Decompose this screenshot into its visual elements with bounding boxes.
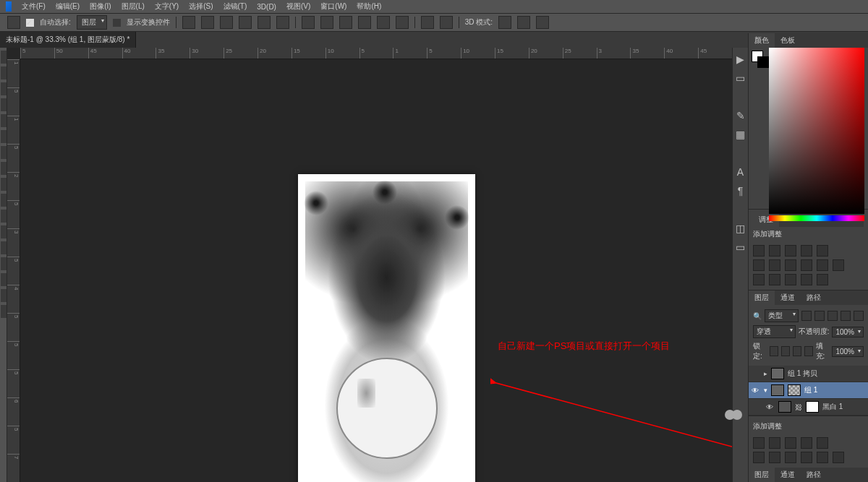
- filter-icon[interactable]: [854, 311, 864, 321]
- tool-button[interactable]: [1, 162, 7, 175]
- align-icon[interactable]: [201, 16, 214, 29]
- 3d-panel-icon[interactable]: ◫: [735, 223, 746, 234]
- lock-transparency-icon[interactable]: [770, 346, 778, 356]
- bw-icon[interactable]: [785, 259, 796, 271]
- menu-view[interactable]: 视图(V): [282, 0, 315, 13]
- vibrance-icon[interactable]: [817, 245, 828, 257]
- align-icon[interactable]: [276, 16, 289, 29]
- photo-filter-icon[interactable]: [801, 452, 812, 463]
- tool-button[interactable]: [1, 66, 7, 79]
- tool-button[interactable]: [1, 194, 7, 207]
- posterize-icon[interactable]: [769, 274, 780, 285]
- show-transform-checkbox[interactable]: [113, 19, 121, 27]
- tool-button[interactable]: [1, 225, 7, 238]
- levels-icon[interactable]: [769, 437, 780, 449]
- tool-button[interactable]: [1, 82, 7, 95]
- mask-thumbnail[interactable]: [788, 384, 801, 396]
- fill-input[interactable]: 100%: [832, 346, 864, 357]
- tool-button[interactable]: [1, 51, 7, 64]
- search-icon[interactable]: 🔍: [753, 312, 762, 320]
- align-icon[interactable]: [182, 16, 195, 29]
- visibility-icon[interactable]: 👁: [766, 403, 775, 411]
- align-icon[interactable]: [220, 16, 233, 29]
- background-swatch[interactable]: [757, 56, 769, 68]
- menu-window[interactable]: 窗口(W): [316, 0, 351, 13]
- tab-color[interactable]: 颜色: [749, 33, 775, 48]
- exposure-icon[interactable]: [801, 437, 812, 449]
- invert-icon[interactable]: [753, 274, 765, 285]
- tool-button[interactable]: [1, 210, 7, 223]
- history-icon[interactable]: ▶: [735, 53, 746, 65]
- exposure-icon[interactable]: [801, 245, 812, 257]
- layer-name[interactable]: 组 1 拷贝: [788, 369, 817, 379]
- distribute-icon[interactable]: [396, 16, 409, 29]
- filter-icon[interactable]: [814, 311, 825, 321]
- tab-swatches[interactable]: 色板: [775, 33, 801, 48]
- photo-filter-icon[interactable]: [801, 259, 812, 271]
- tab-layers[interactable]: 图层: [749, 468, 775, 482]
- expand-icon[interactable]: ▸: [764, 370, 767, 377]
- artboard[interactable]: [298, 174, 475, 482]
- menu-file[interactable]: 文件(F): [17, 0, 50, 13]
- layer-name[interactable]: 黑白 1: [822, 402, 843, 412]
- channel-mixer-icon[interactable]: [817, 259, 828, 271]
- tool-button[interactable]: [1, 257, 7, 270]
- lock-position-icon[interactable]: [793, 346, 801, 356]
- align-icon[interactable]: [239, 16, 252, 29]
- gradient-map-icon[interactable]: [801, 274, 812, 285]
- menu-edit[interactable]: 编辑(E): [51, 0, 84, 13]
- tab-channels[interactable]: 通道: [775, 468, 801, 482]
- hue-slider[interactable]: [769, 215, 864, 221]
- bw-icon[interactable]: [785, 452, 796, 463]
- filter-icon[interactable]: [801, 311, 812, 321]
- layers-icon[interactable]: ▭: [735, 241, 746, 253]
- lock-pixels-icon[interactable]: [781, 346, 790, 356]
- character-icon[interactable]: A: [735, 166, 746, 178]
- lock-all-icon[interactable]: [804, 346, 813, 356]
- link-icon[interactable]: ⛓: [795, 403, 802, 411]
- filter-icon[interactable]: [841, 311, 851, 321]
- distribute-icon[interactable]: [302, 16, 315, 29]
- distribute-icon[interactable]: [320, 16, 333, 29]
- hue-icon[interactable]: [753, 259, 765, 271]
- tab-paths[interactable]: 路径: [801, 468, 827, 482]
- menu-filter[interactable]: 滤镜(T): [219, 0, 252, 13]
- distribute-icon[interactable]: [339, 16, 352, 29]
- menu-type[interactable]: 文字(Y): [150, 0, 183, 13]
- layer-row[interactable]: ▸ 组 1 拷贝: [749, 366, 868, 382]
- selective-color-icon[interactable]: [817, 274, 828, 285]
- tool-button[interactable]: [1, 178, 7, 191]
- menu-help[interactable]: 帮助(H): [352, 0, 386, 13]
- curves-icon[interactable]: [785, 437, 796, 449]
- hue-icon[interactable]: [753, 452, 765, 463]
- menu-image[interactable]: 图像(I): [85, 0, 115, 13]
- tool-button[interactable]: [1, 114, 7, 127]
- color-balance-icon[interactable]: [769, 259, 780, 271]
- canvas-background[interactable]: 自己新建一个PS项目或直接打开一个项目: [20, 59, 732, 482]
- filter-icon[interactable]: [827, 311, 838, 321]
- menu-select[interactable]: 选择(S): [184, 0, 217, 13]
- tool-button[interactable]: [1, 146, 7, 159]
- menu-3d[interactable]: 3D(D): [252, 1, 281, 12]
- threshold-icon[interactable]: [785, 274, 796, 285]
- move-tool-icon[interactable]: [7, 16, 20, 29]
- brightness-icon[interactable]: [753, 245, 765, 257]
- channel-mixer-icon[interactable]: [817, 452, 828, 463]
- opacity-input[interactable]: 100%: [832, 327, 864, 337]
- tab-layers[interactable]: 图层: [749, 291, 775, 305]
- filter-type-dropdown[interactable]: 类型: [765, 309, 799, 322]
- tool-button[interactable]: [1, 305, 7, 318]
- expand-icon[interactable]: ▾: [764, 387, 767, 394]
- mode3d-icon[interactable]: [536, 16, 549, 29]
- tool-button[interactable]: [1, 130, 7, 143]
- levels-icon[interactable]: [769, 245, 780, 257]
- auto-select-checkbox[interactable]: ✓: [26, 19, 34, 27]
- avatar-icon[interactable]: [732, 410, 742, 420]
- brightness-icon[interactable]: [753, 437, 765, 449]
- mask-thumbnail[interactable]: [806, 401, 819, 413]
- color-picker[interactable]: [769, 48, 864, 214]
- swatch-panel-icon[interactable]: ▦: [735, 129, 746, 140]
- styles-icon[interactable]: ▭: [735, 72, 746, 84]
- document-tab[interactable]: 未标题-1 @ 33.3% (组 1, 图层蒙版/8) *: [0, 32, 136, 48]
- tool-button[interactable]: [1, 289, 7, 302]
